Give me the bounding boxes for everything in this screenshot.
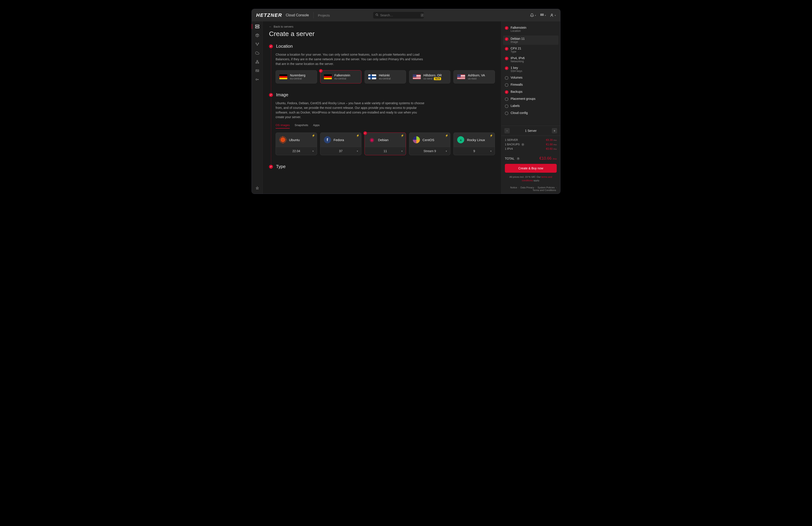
decrement-server-button[interactable]: - <box>504 128 510 133</box>
summary-item-backups[interactable]: Backups <box>505 90 557 94</box>
check-icon <box>505 47 508 51</box>
os-logo-icon <box>413 136 420 143</box>
os-logo-icon <box>279 136 286 143</box>
summary-item-1-key[interactable]: 1 keySSH keys <box>505 66 557 73</box>
location-name: Ashburn, VA <box>468 73 485 77</box>
help-icon[interactable]: ? <box>517 157 520 160</box>
server-icon <box>255 24 260 29</box>
sidebar-loadbalancers[interactable] <box>255 42 260 47</box>
summary-item-placement-groups[interactable]: Placement groups <box>505 97 557 101</box>
os-version: 11 <box>383 149 387 153</box>
footer-terms[interactable]: Terms and Conditions <box>533 189 556 191</box>
summary-item-debian-11[interactable]: Debian 11Image <box>503 35 559 45</box>
summary-panel: FalkensteinLocationDebian 11ImageCPX 21T… <box>501 22 560 194</box>
chevron-down-icon: ▾ <box>490 150 492 153</box>
svg-rect-5 <box>540 15 541 16</box>
location-zone: us-east <box>468 77 485 80</box>
circle-icon <box>505 76 508 80</box>
section-title-image: Image <box>276 92 288 97</box>
tab-apps[interactable]: Apps <box>313 124 320 129</box>
arrow-left-icon: ← <box>269 25 272 28</box>
back-label: Back to servers <box>274 25 293 28</box>
summary-item-ipv4-ipv6[interactable]: IPv4, IPv6Networking <box>505 56 557 63</box>
location-card-ashburn-va[interactable]: Ashburn, VAus-east <box>453 70 495 84</box>
location-name: Hillsboro, OR <box>423 73 442 77</box>
os-logo-icon <box>457 136 464 143</box>
key-icon <box>255 77 259 82</box>
summary-item-labels[interactable]: Labels <box>505 104 557 108</box>
search-box[interactable]: / <box>373 12 424 18</box>
summary-item-volumes[interactable]: Volumes <box>505 76 557 80</box>
version-select[interactable]: 22.04▾ <box>276 147 317 155</box>
total-label: TOTAL? <box>505 157 520 160</box>
sidebar-floatingips[interactable] <box>255 51 260 55</box>
user-menu-button[interactable]: ▾ <box>550 13 556 17</box>
version-select[interactable]: 37▾ <box>320 147 361 155</box>
summary-item-title: Volumes <box>511 76 522 79</box>
sidebar-pin[interactable] <box>255 186 260 190</box>
location-description: Choose a location for your server. You c… <box>276 52 426 66</box>
user-icon <box>550 13 554 17</box>
footer-notice[interactable]: Notice <box>510 186 517 189</box>
summary-item-sub: Location <box>511 29 526 32</box>
image-card-ubuntu[interactable]: ⚡Ubuntu22.04▾ <box>276 132 317 155</box>
os-name: Debian <box>378 138 389 142</box>
step-indicator <box>269 165 273 169</box>
network-icon <box>255 60 259 64</box>
summary-item-title: Labels <box>511 104 520 108</box>
location-name: Falkenstein <box>334 73 350 77</box>
summary-item-cloud-config[interactable]: Cloud config <box>505 111 557 115</box>
version-select[interactable]: Stream 9▾ <box>409 147 450 155</box>
vat-note: All prices incl. 19 % VAT. Our terms and… <box>501 175 560 185</box>
back-link[interactable]: ← Back to servers <box>269 25 495 28</box>
summary-item-title: Falkenstein <box>511 26 526 29</box>
tab-snapshots[interactable]: Snapshots <box>294 124 308 129</box>
location-name: Nuremberg <box>290 73 305 77</box>
projects-link[interactable]: Projects <box>318 13 330 17</box>
divider <box>313 12 314 18</box>
location-card-hillsboro-or[interactable]: Hillsboro, ORus-west NEW <box>409 70 451 84</box>
apps-button[interactable]: ▾ <box>540 13 546 17</box>
price-value: €1.68 /mo <box>546 143 557 146</box>
sidebar-servers[interactable] <box>251 24 262 29</box>
footer-policies[interactable]: System Policies <box>537 186 555 189</box>
summary-item-sub: Image <box>511 40 525 43</box>
sidebar-volumes[interactable] <box>255 33 260 38</box>
image-card-fedora[interactable]: ⚡Fedora37▾ <box>320 132 362 155</box>
sidebar-firewalls[interactable] <box>255 68 260 73</box>
chevron-down-icon: ▾ <box>357 150 358 153</box>
increment-server-button[interactable]: + <box>552 128 557 133</box>
summary-item-falkenstein[interactable]: FalkensteinLocation <box>505 26 557 32</box>
bell-icon <box>530 13 534 17</box>
version-select[interactable]: 11▾ <box>365 147 406 155</box>
bolt-icon: ⚡ <box>356 134 360 137</box>
create-buy-button[interactable]: Create & Buy now <box>505 164 557 173</box>
os-name: Ubuntu <box>289 138 300 142</box>
chevron-down-icon: ▾ <box>313 150 314 153</box>
location-card-falkenstein[interactable]: ✓Falkensteineu-central <box>320 70 362 84</box>
flag-icon <box>324 74 332 79</box>
location-card-helsinki[interactable]: Helsinkieu-central <box>364 70 406 84</box>
image-card-debian[interactable]: ✓⚡Debian11▾ <box>364 132 406 155</box>
help-icon[interactable]: ? <box>521 143 524 146</box>
search-kbd: / <box>421 13 424 17</box>
sidebar-networks[interactable] <box>255 59 260 64</box>
pin-icon <box>256 186 259 190</box>
svg-point-18 <box>256 79 257 80</box>
location-card-nuremberg[interactable]: Nurembergeu-central <box>276 70 317 84</box>
summary-item-firewalls[interactable]: Firewalls <box>505 83 557 87</box>
price-value: €8.39 /mo <box>546 139 557 142</box>
section-title-location: Location <box>276 44 293 49</box>
notifications-button[interactable]: ▾ <box>530 13 536 17</box>
summary-item-cpx-21[interactable]: CPX 21Type <box>505 47 557 53</box>
footer-privacy[interactable]: Data Privacy <box>521 186 534 189</box>
chevron-down-icon: ▾ <box>446 150 447 153</box>
svg-rect-4 <box>543 14 544 15</box>
tab-os-images[interactable]: OS images <box>276 124 290 129</box>
svg-rect-14 <box>257 60 258 61</box>
version-select[interactable]: 9▾ <box>454 147 495 155</box>
image-card-centos[interactable]: ⚡CentOSStream 9▾ <box>409 132 451 155</box>
image-card-rocky-linux[interactable]: ⚡Rocky Linux9▾ <box>453 132 495 155</box>
search-input[interactable] <box>380 13 419 17</box>
sidebar-security[interactable] <box>255 77 260 82</box>
